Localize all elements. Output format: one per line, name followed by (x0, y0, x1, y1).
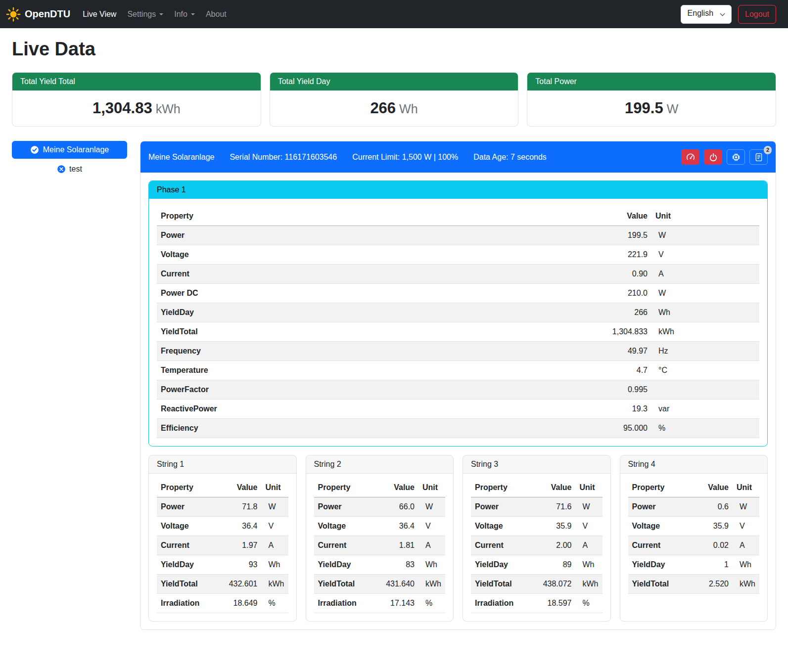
top-navbar: OpenDTU Live View Settings Info About En… (0, 0, 788, 28)
unit-header: Unit (733, 478, 759, 497)
summary-card-body: 1,304.83kWh (12, 90, 261, 126)
string-card-title: String 1 (149, 455, 296, 474)
string-card-title: String 3 (463, 455, 610, 474)
table-row: Voltage 221.9 V (157, 245, 759, 265)
phase-table-body: Power 199.5 W Voltage 221.9 V (157, 226, 759, 438)
value-header: Value (539, 478, 576, 497)
inverter-card-body: Phase 1 Property Value Unit (140, 173, 776, 629)
string-table-body: Power 71.8 W Voltage 36.4 V (157, 497, 288, 613)
unit-cell: % (651, 419, 759, 438)
unit-cell: W (418, 497, 445, 517)
property-cell: Current (314, 536, 382, 555)
value-cell: 1,304.833 (585, 322, 651, 342)
value-cell: 431.640 (382, 575, 418, 594)
property-cell: YieldDay (157, 555, 225, 575)
property-cell: YieldTotal (157, 575, 225, 594)
string-table-body: Power 0.6 W Voltage 35.9 V (628, 497, 760, 594)
unit-cell: kWh (733, 575, 759, 594)
property-cell: Voltage (157, 517, 225, 536)
table-row: YieldTotal 2.520 kWh (628, 575, 760, 594)
nav-info[interactable]: Info (169, 6, 200, 23)
event-count-badge: 2 (764, 146, 772, 154)
inverter-selector-sidebar: Meine Solaranlage test (12, 141, 127, 174)
property-cell: Irradiation (157, 594, 225, 613)
value-header: Value (697, 478, 733, 497)
property-cell: Efficiency (157, 419, 585, 438)
unit-header: Unit (418, 478, 445, 497)
check-circle-icon (30, 145, 39, 154)
property-cell: Power (157, 226, 585, 245)
summary-card-unit: kWh (156, 102, 181, 116)
property-header: Property (471, 478, 539, 497)
inverter-select-button-active[interactable]: Meine Solaranlage (12, 141, 127, 159)
chevron-down-icon (159, 13, 163, 15)
value-cell: 93 (225, 555, 262, 575)
table-row: Current 1.97 A (157, 536, 288, 555)
string-table-body: Power 71.6 W Voltage 35.9 V (471, 497, 603, 613)
value-cell: 18.649 (225, 594, 262, 613)
table-row: Voltage 36.4 V (157, 517, 288, 536)
event-log-button[interactable]: 2 (749, 149, 768, 165)
unit-cell: % (576, 594, 603, 613)
journal-text-icon (754, 153, 763, 162)
value-cell: 0.6 (697, 497, 733, 517)
unit-cell: Wh (418, 555, 445, 575)
table-row: YieldTotal 1,304.833 kWh (157, 322, 759, 342)
nav-live-view[interactable]: Live View (77, 6, 122, 23)
table-header-row: Property Value Unit (157, 478, 288, 497)
summary-card: Total Power 199.5W (527, 72, 776, 127)
value-cell: 0.90 (585, 265, 651, 284)
table-row: Efficiency 95.000 % (157, 419, 759, 438)
table-row: YieldDay 93 Wh (157, 555, 288, 575)
table-row: PowerFactor 0.995 (157, 380, 759, 400)
value-cell: 2.520 (697, 575, 733, 594)
language-select[interactable]: English (681, 5, 732, 24)
summary-card-body: 266Wh (270, 90, 518, 126)
table-header-row: Property Value Unit (157, 207, 759, 226)
string-card-body: Property Value Unit Power (306, 474, 454, 621)
value-cell: 0.02 (697, 536, 733, 555)
table-row: YieldTotal 438.072 kWh (471, 575, 603, 594)
value-cell: 4.7 (585, 361, 651, 380)
table-row: Voltage 36.4 V (314, 517, 446, 536)
nav-settings[interactable]: Settings (122, 6, 169, 23)
unit-header: Unit (576, 478, 603, 497)
property-cell: YieldDay (157, 303, 585, 322)
value-cell: 221.9 (585, 245, 651, 265)
unit-cell: A (733, 536, 759, 555)
content-row: Meine Solaranlage test Meine Solaranlage… (12, 141, 776, 630)
table-row: Power 71.8 W (157, 497, 288, 517)
property-cell: Voltage (628, 517, 697, 536)
table-row: Current 0.02 A (628, 536, 760, 555)
inverter-header-actions: 2 (681, 149, 768, 165)
table-row: Current 2.00 A (471, 536, 603, 555)
unit-cell: Wh (733, 555, 759, 575)
summary-card-value: 199.5 (625, 99, 663, 117)
phase-card: Phase 1 Property Value Unit (148, 180, 768, 447)
inverter-select-label: test (69, 165, 82, 174)
unit-cell: W (576, 497, 603, 517)
value-cell: 1.81 (382, 536, 418, 555)
property-cell: Voltage (314, 517, 382, 536)
unit-cell: var (651, 400, 759, 419)
limit-settings-button[interactable] (681, 149, 699, 165)
logout-button[interactable]: Logout (738, 5, 776, 24)
property-cell: Voltage (471, 517, 539, 536)
inverter-select-button-test[interactable]: test (54, 164, 85, 174)
brand[interactable]: OpenDTU (6, 7, 70, 22)
device-info-button[interactable] (727, 149, 745, 165)
table-row: Current 1.81 A (314, 536, 446, 555)
value-cell: 83 (382, 555, 418, 575)
summary-card-unit: Wh (399, 102, 418, 116)
table-row: YieldTotal 432.601 kWh (157, 575, 288, 594)
summary-card-value: 266 (370, 99, 396, 117)
unit-cell: W (651, 226, 759, 245)
inverter-card-header: Meine Solaranlage Serial Number: 1161716… (140, 141, 776, 173)
table-row: Voltage 35.9 V (628, 517, 760, 536)
string-table: Property Value Unit Power (628, 478, 760, 594)
value-cell: 1 (697, 555, 733, 575)
nav-about[interactable]: About (200, 6, 232, 23)
power-control-button[interactable] (704, 149, 722, 165)
table-row: Irradiation 18.597 % (471, 594, 603, 613)
unit-cell: W (733, 497, 759, 517)
